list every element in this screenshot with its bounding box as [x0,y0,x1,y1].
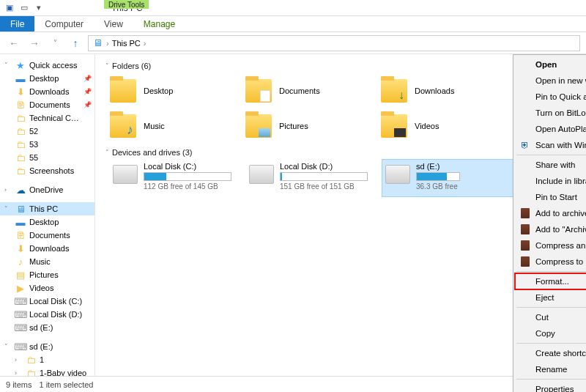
menu-cut[interactable]: Cut [515,309,586,325]
tab-file[interactable]: File [0,16,34,32]
tp-pictures[interactable]: ▤Pictures [0,268,94,281]
tp-locald[interactable]: ⌨Local Disk (D:) [0,308,94,321]
tab-view[interactable]: View [94,16,133,32]
drive-icon [113,165,138,184]
pictures-icon: ▤ [15,269,26,281]
folder-icon: 🗀 [15,152,26,163]
menu-compress-email[interactable]: Compress and email... [515,237,586,254]
qat-dropdown-icon[interactable]: ▾ [32,1,45,15]
menu-defender[interactable]: ⛨Scan with Windows Defender... [515,137,586,153]
status-bar: 9 items 1 item selected wsxdn.com [0,376,586,392]
desktop-icon: ▬ [15,216,26,228]
breadcrumb[interactable]: 🖥 › This PC › [88,35,580,51]
menu-autoplay[interactable]: Open AutoPlay... [515,121,586,137]
this-pc-root[interactable]: ˅🖥This PC [0,202,94,215]
folder-icon [381,114,407,138]
drive-sd[interactable]: sd (E:)36.3 GB free [382,160,519,196]
pin-icon: 📌 [84,88,92,95]
qat-properties-icon[interactable]: ▭ [18,1,31,15]
sidebar-screenshots[interactable]: 🗀Screenshots [0,164,94,177]
menu-add-rar[interactable]: Add to "Archive.rar" [515,221,586,237]
onedrive-root[interactable]: ›☁OneDrive [0,183,94,196]
sidebar-desktop[interactable]: ▬Desktop📌 [0,72,94,85]
ribbon-tabs: File Computer View Manage [0,16,586,32]
menu-format[interactable]: Format... [515,273,586,289]
folder-documents[interactable]: Documents [245,73,381,108]
folder-videos[interactable]: Videos [381,108,516,144]
videos-icon: ▶ [15,282,26,294]
menu-add-archive[interactable]: Add to archive... [515,205,586,221]
title-bar: ▣ ▭ ▾ Drive Tools This PC [0,0,586,16]
up-button[interactable]: ↑ [67,35,84,51]
separator [516,307,586,308]
separator [516,271,586,272]
sidebar-53[interactable]: 🗀53 [0,138,94,151]
shield-icon: ⛨ [519,139,531,151]
folder-icon [245,79,272,103]
quick-access-root[interactable]: ˅★Quick access [0,59,94,72]
sidebar-52[interactable]: 🗀52 [0,125,94,138]
documents-icon: 🖹 [15,229,26,241]
menu-copy[interactable]: Copy [515,325,586,341]
drive-icon: ⌨ [15,295,26,307]
archive-icon [519,256,531,267]
tp-music[interactable]: ♪Music [0,255,94,268]
app-icon[interactable]: ▣ [3,1,16,15]
nav-pane: ˅★Quick access ▬Desktop📌 ⬇Downloads📌 🖹Do… [0,54,95,392]
tp-documents[interactable]: 🖹Documents [0,229,94,242]
menu-rename[interactable]: Rename [515,361,586,377]
menu-bitlocker[interactable]: Turn on BitLocker [515,105,586,121]
sd-1[interactable]: ›🗀1 [0,353,94,366]
menu-properties[interactable]: Properties [515,381,586,392]
tp-downloads[interactable]: ⬇Downloads [0,242,94,255]
folder-music[interactable]: Music [110,108,245,144]
menu-include-library[interactable]: Include in library▸ [515,173,586,189]
tp-sd[interactable]: ⌨sd (E:) [0,321,94,334]
tab-computer[interactable]: Computer [34,16,94,32]
tab-manage[interactable]: Manage [133,16,185,32]
sidebar-downloads[interactable]: ⬇Downloads📌 [0,85,94,98]
drive-c[interactable]: Local Disk (C:)112 GB free of 145 GB [110,160,246,196]
breadcrumb-root[interactable]: This PC [112,39,141,48]
drive-icon: ⌨ [15,308,26,320]
separator [516,343,586,344]
status-item-count: 9 items [6,380,31,389]
star-icon: ★ [15,59,26,71]
sidebar-55[interactable]: 🗀55 [0,151,94,164]
chevron-right-icon: › [106,39,109,48]
contextual-tab-label: Drive Tools [104,0,149,9]
tp-desktop[interactable]: ▬Desktop [0,215,94,229]
menu-pin-quick-access[interactable]: Pin to Quick access [515,89,586,105]
menu-eject[interactable]: Eject [515,289,586,306]
menu-share-with[interactable]: Share with▸ [515,157,586,173]
chevron-down-icon: ˅ [105,149,109,156]
folder-icon: 🗀 [15,112,26,124]
folder-pictures[interactable]: Pictures [245,108,381,144]
sd-root[interactable]: ˅⌨sd (E:) [0,340,94,353]
drive-icon: ⌨ [15,322,26,333]
menu-create-shortcut[interactable]: Create shortcut [515,345,586,361]
status-selection: 1 item selected [39,380,93,389]
drive-d[interactable]: Local Disk (D:)151 GB free of 151 GB [246,160,382,196]
recent-dropdown[interactable]: ˅ [47,35,63,51]
menu-open-new-window[interactable]: Open in new window [515,73,586,89]
back-button[interactable]: ← [6,35,22,51]
menu-open[interactable]: Open [515,56,586,73]
this-pc-icon: 🖥 [92,37,103,49]
tp-videos[interactable]: ▶Videos [0,281,94,295]
tp-localc[interactable]: ⌨Local Disk (C:) [0,295,94,308]
forward-button[interactable]: → [26,35,42,51]
folder-desktop[interactable]: Desktop [110,73,245,108]
drive-icon [385,165,410,184]
folder-icon: 🗀 [15,165,26,177]
folder-downloads[interactable]: Downloads [381,73,516,108]
music-icon: ♪ [15,256,26,267]
sidebar-documents[interactable]: 🖹Documents📌 [0,98,94,111]
archive-icon [519,240,531,251]
usage-bar [416,172,460,181]
sidebar-technical[interactable]: 🗀Technical Contents [0,111,94,125]
folder-icon [245,114,272,138]
documents-icon: 🖹 [15,99,26,111]
menu-pin-start[interactable]: Pin to Start [515,189,586,205]
menu-compress-rar-email[interactable]: Compress to "Archive.rar" and email [515,254,586,270]
